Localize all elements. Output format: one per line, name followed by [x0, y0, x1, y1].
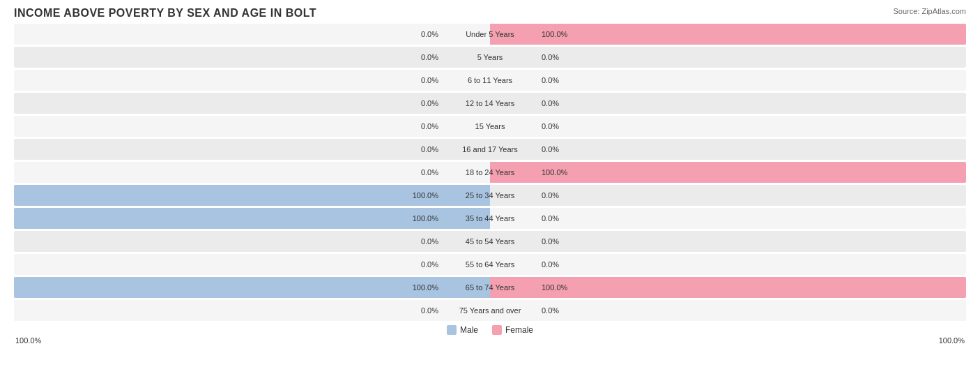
bar-row: 100.0% 35 to 44 Years 0.0%	[14, 208, 966, 229]
val-right: 0.0%	[542, 214, 559, 223]
val-left: 0.0%	[421, 76, 438, 84]
val-right: 0.0%	[542, 76, 559, 84]
bar-label: 12 to 14 Years	[441, 99, 539, 107]
bar-label: 6 to 11 Years	[441, 76, 539, 84]
bar-label: 15 Years	[441, 122, 539, 130]
val-left: 100.0%	[413, 283, 438, 292]
legend-male: Male	[447, 325, 478, 335]
val-left: 0.0%	[421, 53, 438, 61]
source-label: Source: ZipAtlas.com	[893, 7, 966, 15]
bar-row: 0.0% 18 to 24 Years 100.0%	[14, 162, 966, 183]
legend-female-label: Female	[505, 325, 533, 335]
val-left: 0.0%	[421, 145, 438, 153]
val-left: 100.0%	[413, 191, 438, 200]
val-right: 0.0%	[542, 53, 559, 61]
val-right: 0.0%	[542, 237, 559, 246]
val-left: 0.0%	[421, 30, 438, 38]
val-left: 0.0%	[421, 306, 438, 315]
val-left: 0.0%	[421, 168, 438, 177]
bar-label: 5 Years	[441, 53, 539, 61]
val-right: 0.0%	[542, 99, 559, 107]
val-right: 0.0%	[542, 145, 559, 153]
bottom-labels: 100.0% 100.0%	[14, 336, 966, 345]
bar-row: 100.0% 25 to 34 Years 0.0%	[14, 185, 966, 206]
val-right: 100.0%	[542, 283, 567, 292]
val-left: 0.0%	[421, 260, 438, 269]
bar-label: 55 to 64 Years	[441, 260, 539, 269]
bar-label: 45 to 54 Years	[441, 237, 539, 246]
val-right: 0.0%	[542, 122, 559, 130]
val-right: 100.0%	[542, 168, 567, 177]
val-left: 0.0%	[421, 122, 438, 130]
legend: Male Female	[14, 325, 966, 335]
bar-row: 0.0% 15 Years 0.0%	[14, 116, 966, 137]
chart-area: 0.0% Under 5 Years 100.0% 0.0% 5 Years 0…	[14, 24, 966, 321]
val-left: 0.0%	[421, 99, 438, 107]
bar-label: 16 and 17 Years	[441, 145, 539, 153]
legend-male-box	[447, 325, 457, 335]
bar-row: 0.0% 75 Years and over 0.0%	[14, 300, 966, 321]
bar-label: 75 Years and over	[441, 306, 539, 315]
val-right: 100.0%	[542, 30, 567, 38]
bar-row: 0.0% 55 to 64 Years 0.0%	[14, 254, 966, 275]
val-left: 0.0%	[421, 237, 438, 246]
legend-female-box	[492, 325, 502, 335]
val-right: 0.0%	[542, 260, 559, 269]
bar-row: 0.0% 5 Years 0.0%	[14, 47, 966, 68]
legend-female: Female	[492, 325, 533, 335]
bottom-left: 100.0%	[15, 336, 41, 345]
chart-title: INCOME ABOVE POVERTY BY SEX AND AGE IN B…	[14, 7, 966, 20]
chart-container: INCOME ABOVE POVERTY BY SEX AND AGE IN B…	[0, 0, 980, 390]
bar-row: 0.0% 16 and 17 Years 0.0%	[14, 139, 966, 160]
val-left: 100.0%	[413, 214, 438, 223]
val-right: 0.0%	[542, 306, 559, 315]
bar-row: 0.0% 6 to 11 Years 0.0%	[14, 70, 966, 91]
val-right: 0.0%	[542, 191, 559, 200]
legend-male-label: Male	[460, 325, 478, 335]
bar-row: 0.0% Under 5 Years 100.0%	[14, 24, 966, 45]
bar-row: 0.0% 12 to 14 Years 0.0%	[14, 93, 966, 114]
bottom-right: 100.0%	[939, 336, 965, 345]
bar-row: 100.0% 65 to 74 Years 100.0%	[14, 277, 966, 298]
bar-row: 0.0% 45 to 54 Years 0.0%	[14, 231, 966, 252]
